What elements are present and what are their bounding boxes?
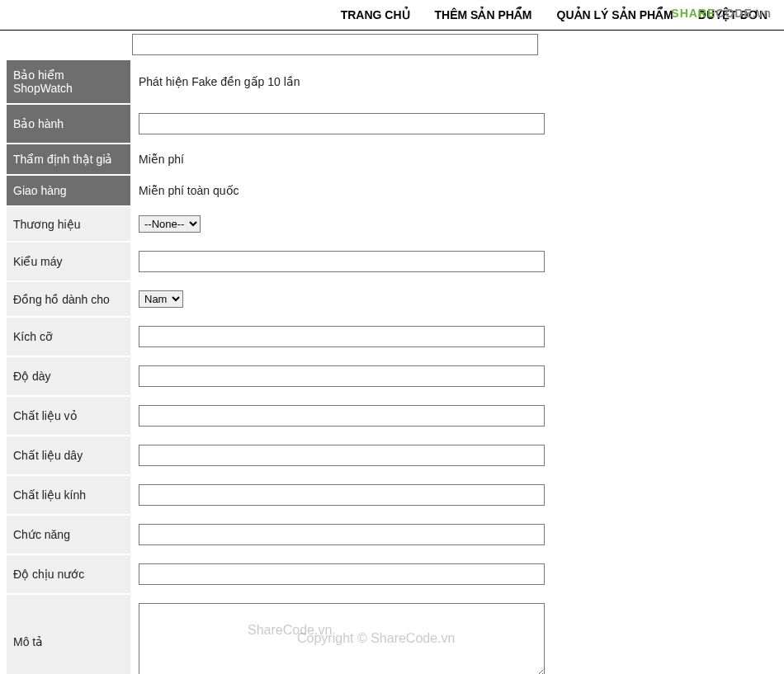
product-form-table: Bảo hiểm ShopWatch Phát hiện Fake đền gấ… — [5, 59, 556, 674]
value-thamdinh: Miễn phí — [132, 144, 555, 174]
top-input-row — [132, 34, 784, 55]
select-danhcho[interactable]: Nam — [139, 290, 183, 308]
logo-part2: CODE — [716, 7, 752, 20]
label-dochiunuoc: Độ chịu nước — [7, 555, 130, 593]
label-chatlieukinh: Chất liệu kính — [7, 476, 130, 514]
label-baohanh: Bảo hành — [7, 105, 130, 143]
logo-watermark: SHARECODE.vn — [671, 7, 772, 20]
input-chatlieuday[interactable] — [139, 445, 545, 466]
label-chucnang: Chức năng — [7, 516, 130, 554]
textarea-mota[interactable] — [139, 603, 545, 674]
input-dochiunuoc[interactable] — [139, 563, 545, 585]
input-doday[interactable] — [139, 365, 545, 387]
logo-suffix: .vn — [753, 7, 772, 20]
input-chatlieuvo[interactable] — [139, 405, 545, 427]
select-thuonghieu[interactable]: --None-- — [139, 215, 201, 233]
value-giaohang: Miễn phí toàn quốc — [132, 176, 555, 205]
label-thamdinh: Thẩm định thật giả — [7, 144, 130, 174]
top-nav: TRANG CHỦ THÊM SẢN PHẨM QUẢN LÝ SẢN PHẨM… — [0, 0, 784, 31]
input-chatlieukinh[interactable] — [139, 484, 545, 506]
label-giaohang: Giao hàng — [7, 176, 130, 205]
logo-part1: SHARE — [671, 7, 716, 20]
nav-manage-product[interactable]: QUẢN LÝ SẢN PHẨM — [557, 8, 673, 21]
top-input[interactable] — [132, 34, 538, 55]
label-doday: Độ dày — [7, 357, 130, 395]
label-kichco: Kích cỡ — [7, 318, 130, 356]
label-baohiem: Bảo hiểm ShopWatch — [7, 60, 130, 103]
label-chatlieuvo: Chất liệu vỏ — [7, 397, 130, 435]
label-chatlieuday: Chất liệu dây — [7, 436, 130, 474]
input-chucnang[interactable] — [139, 524, 545, 545]
input-kieumay[interactable] — [139, 251, 545, 272]
label-kieumay: Kiểu máy — [7, 243, 130, 280]
nav-add-product[interactable]: THÊM SẢN PHẨM — [435, 8, 532, 21]
label-danhcho: Đồng hồ dành cho — [7, 282, 130, 316]
input-kichco[interactable] — [139, 326, 545, 347]
input-baohanh[interactable] — [139, 113, 545, 134]
label-thuonghieu: Thương hiệu — [7, 207, 130, 241]
nav-home[interactable]: TRANG CHỦ — [341, 8, 410, 21]
value-baohiem: Phát hiện Fake đền gấp 10 lần — [132, 60, 555, 103]
label-mota: Mô tả — [7, 595, 130, 674]
